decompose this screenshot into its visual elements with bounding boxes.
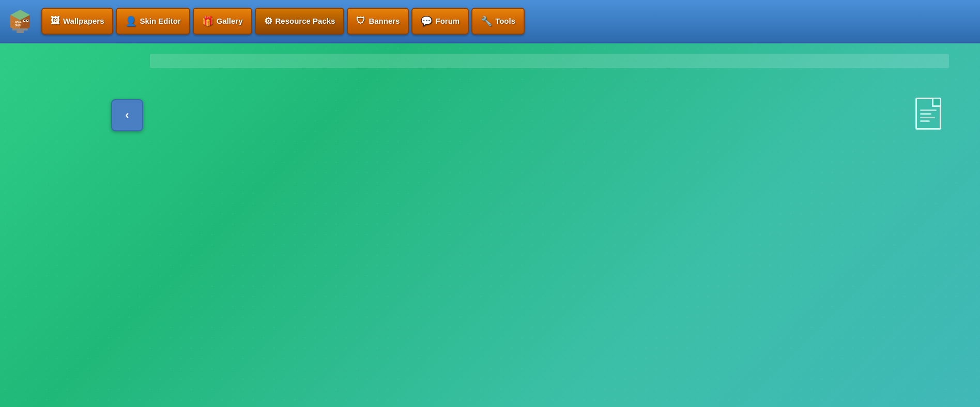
file-shape [915, 98, 941, 130]
banners-label: Banners [369, 17, 400, 25]
skin-editor-label: Skin Editor [140, 17, 180, 25]
banners-icon: 🛡 [356, 15, 365, 26]
svg-text:NOVA: NOVA [15, 21, 22, 24]
nav-tools-button[interactable]: 🔧 Tools [471, 8, 525, 35]
svg-text:SKIN: SKIN [15, 24, 21, 27]
nav-wallpapers-button[interactable]: 🖼 Wallpapers [41, 8, 113, 35]
file-line-1 [920, 109, 937, 111]
back-button[interactable]: ‹ [111, 99, 143, 131]
tools-icon: 🔧 [481, 15, 492, 27]
gallery-label: Gallery [217, 17, 243, 25]
gallery-icon: 🎁 [202, 15, 213, 27]
logo-area[interactable]: NOVA SKIN [5, 6, 35, 37]
forum-label: Forum [435, 17, 460, 25]
nav-gallery-button[interactable]: 🎁 Gallery [193, 8, 252, 35]
back-arrow-icon: ‹ [125, 108, 129, 122]
main-content: ‹ [0, 43, 980, 407]
svg-rect-3 [12, 28, 28, 30]
nav-resource-packs-button[interactable]: ⚙ Resource Packs [255, 8, 345, 35]
search-input[interactable] [150, 54, 949, 68]
resource-packs-label: Resource Packs [275, 17, 335, 25]
nav-forum-button[interactable]: 💬 Forum [411, 8, 469, 35]
svg-rect-10 [27, 20, 28, 21]
nav-buttons: 🖼 Wallpapers 👤 Skin Editor 🎁 Gallery ⚙ R… [41, 8, 525, 35]
nav-skin-editor-button[interactable]: 👤 Skin Editor [116, 8, 190, 35]
file-icon[interactable] [915, 98, 944, 131]
tools-label: Tools [495, 17, 515, 25]
wallpapers-icon: 🖼 [51, 15, 60, 26]
file-line-4 [920, 120, 930, 122]
navbar: NOVA SKIN 🖼 Wallpapers 👤 Skin Editor 🎁 G… [0, 0, 980, 43]
nav-banners-button[interactable]: 🛡 Banners [347, 8, 409, 35]
novaskin-logo: NOVA SKIN [5, 6, 35, 37]
search-bar[interactable] [150, 54, 949, 68]
file-fold [932, 99, 940, 107]
file-line-3 [920, 117, 935, 118]
resource-packs-icon: ⚙ [264, 15, 272, 27]
forum-icon: 💬 [421, 15, 432, 27]
skin-editor-icon: 👤 [125, 15, 136, 27]
wallpapers-label: Wallpapers [63, 17, 104, 25]
file-line-2 [920, 113, 931, 115]
svg-rect-9 [24, 20, 25, 21]
svg-rect-4 [17, 30, 24, 33]
